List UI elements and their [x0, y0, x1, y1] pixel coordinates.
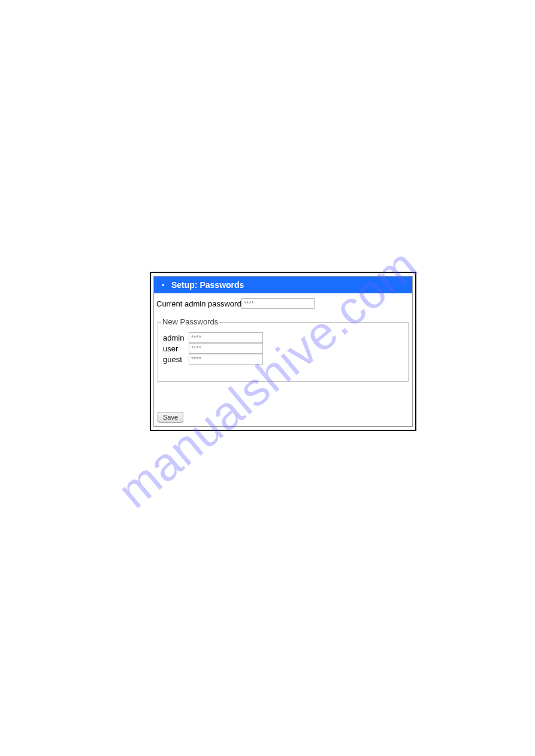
current-password-label: Current admin password: [156, 299, 241, 308]
dialog-content: Current admin password New Passwords adm…: [154, 293, 412, 384]
fieldset-legend: New Passwords: [161, 317, 219, 326]
save-button[interactable]: Save: [158, 412, 183, 423]
dialog-outer-frame: Setup: Passwords Current admin password …: [150, 272, 416, 431]
current-password-row: Current admin password: [156, 298, 410, 309]
user-password-row: user: [163, 343, 403, 354]
dialog-title: Setup: Passwords: [171, 280, 244, 290]
guest-password-input[interactable]: [189, 354, 263, 365]
bullet-icon: [162, 284, 164, 286]
admin-label: admin: [163, 333, 188, 342]
current-password-input[interactable]: [241, 298, 315, 309]
dialog-inner-frame: Setup: Passwords Current admin password …: [153, 276, 413, 427]
user-label: user: [163, 344, 188, 353]
admin-password-row: admin: [163, 332, 403, 343]
guest-password-row: guest: [163, 354, 403, 365]
admin-password-input[interactable]: [189, 332, 263, 343]
new-passwords-fieldset: New Passwords admin user guest: [158, 322, 409, 382]
guest-label: guest: [163, 355, 188, 364]
dialog-header: Setup: Passwords: [154, 277, 412, 293]
user-password-input[interactable]: [189, 343, 263, 354]
